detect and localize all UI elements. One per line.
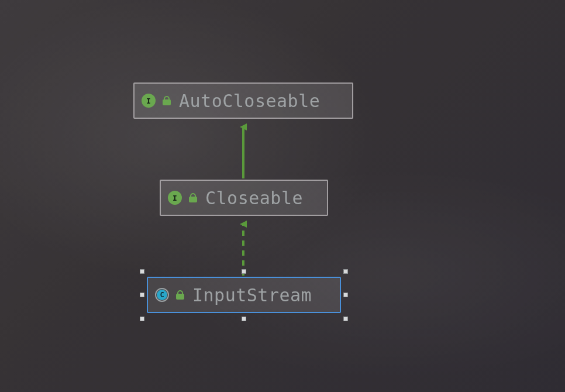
selection-handle-s[interactable] bbox=[242, 317, 246, 321]
lock-icon bbox=[163, 96, 171, 105]
lock-icon bbox=[176, 290, 184, 300]
class-icon: C bbox=[155, 288, 169, 302]
class-node-label: InputStream bbox=[192, 285, 312, 305]
class-node-label: Closeable bbox=[205, 188, 303, 208]
class-node-autocloseable[interactable]: I AutoCloseable bbox=[133, 82, 353, 119]
class-node-label: AutoCloseable bbox=[179, 91, 320, 111]
class-node-inputstream[interactable]: C InputStream bbox=[147, 277, 341, 313]
selection-handle-se[interactable] bbox=[343, 317, 348, 321]
selection-handle-w[interactable] bbox=[140, 293, 144, 297]
selection-handle-ne[interactable] bbox=[343, 269, 348, 274]
interface-icon: I bbox=[168, 191, 182, 205]
lock-icon bbox=[189, 193, 197, 202]
diagram-canvas[interactable]: I AutoCloseable I Closeable C InputStrea… bbox=[0, 0, 565, 392]
selection-handle-n[interactable] bbox=[242, 269, 246, 274]
selection-handle-sw[interactable] bbox=[140, 317, 144, 321]
selection-handle-e[interactable] bbox=[343, 293, 348, 297]
selection-handle-nw[interactable] bbox=[140, 269, 144, 274]
class-node-closeable[interactable]: I Closeable bbox=[160, 180, 328, 216]
interface-icon: I bbox=[142, 94, 156, 108]
